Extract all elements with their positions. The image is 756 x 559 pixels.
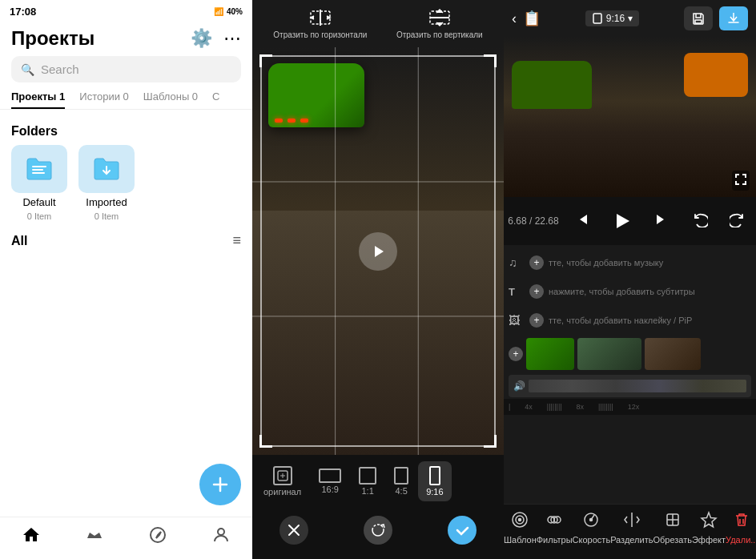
folder-imported-name: Imported bbox=[86, 196, 127, 208]
subtitle-icon: T bbox=[509, 286, 525, 298]
all-label: All bbox=[11, 234, 27, 248]
search-bar[interactable]: 🔍 Search bbox=[11, 56, 241, 82]
fullscreen-button[interactable] bbox=[732, 171, 750, 191]
tool-template[interactable]: Шаблон bbox=[504, 511, 537, 545]
tab-templates[interactable]: Шаблоны 0 bbox=[143, 90, 198, 109]
flip-action-button[interactable] bbox=[364, 516, 392, 545]
skip-forward-button[interactable] bbox=[646, 207, 677, 235]
content-spacer bbox=[0, 257, 252, 464]
tool-delete[interactable]: Удали... bbox=[726, 511, 756, 545]
time-display: 6.68 / 22.68 bbox=[508, 215, 558, 227]
timeline-preview bbox=[504, 37, 756, 197]
tool-effect[interactable]: Эффект bbox=[692, 511, 726, 545]
playback-controls: 6.68 / 22.68 bbox=[504, 197, 756, 245]
nav-profile[interactable] bbox=[211, 525, 231, 545]
nav-compass[interactable] bbox=[148, 525, 167, 545]
skip-back-button[interactable] bbox=[567, 207, 597, 235]
video-thumb-1[interactable] bbox=[526, 338, 574, 370]
aspect-1-1[interactable]: 1:1 bbox=[351, 462, 384, 501]
add-video-button[interactable]: + bbox=[509, 347, 523, 361]
aspect-9-16-icon bbox=[429, 466, 440, 485]
tool-split[interactable]: Разделить bbox=[610, 511, 653, 545]
nav-crown[interactable] bbox=[85, 525, 104, 545]
confirm-button[interactable] bbox=[448, 516, 477, 545]
svg-rect-15 bbox=[593, 14, 601, 23]
timeline-panel: ‹ 📋 9:16 ▾ bbox=[504, 0, 756, 559]
tool-speed[interactable]: Скорость bbox=[573, 511, 611, 545]
ruler-mark-8x: 8x bbox=[577, 403, 585, 411]
video-thumb-3[interactable] bbox=[645, 338, 701, 370]
video-track: + bbox=[504, 335, 756, 373]
tool-filters-label: Фильтры bbox=[537, 535, 573, 545]
aspect-16-9-label: 16:9 bbox=[321, 485, 338, 494]
more-icon[interactable]: ⋯ bbox=[223, 28, 241, 49]
crop-corner-tr[interactable] bbox=[484, 54, 497, 67]
folder-default[interactable]: Default 0 Item bbox=[11, 145, 67, 221]
signal-icon: 📶 bbox=[214, 7, 223, 16]
folder-imported[interactable]: Imported 0 Item bbox=[78, 145, 135, 221]
aspect-1-1-icon bbox=[359, 467, 376, 485]
folder-default-name: Default bbox=[22, 196, 55, 208]
back-button[interactable]: ‹ bbox=[512, 10, 517, 27]
add-subtitle-button[interactable]: + bbox=[529, 284, 544, 299]
svg-rect-1 bbox=[32, 169, 43, 171]
split-icon bbox=[623, 511, 641, 533]
aspect-original-label: оригинал bbox=[263, 487, 301, 497]
crop-corner-bl[interactable] bbox=[259, 435, 272, 448]
resolution-selector[interactable]: 9:16 ▾ bbox=[585, 10, 639, 26]
save-button[interactable] bbox=[684, 6, 713, 30]
video-thumb-2[interactable] bbox=[577, 338, 641, 370]
music-icon: ♫ bbox=[509, 256, 525, 269]
search-input[interactable]: Search bbox=[41, 62, 79, 76]
tab-projects[interactable]: Проекты 1 bbox=[11, 90, 65, 109]
subtitle-track-label: нажмите, чтобы добавить субтитры bbox=[549, 287, 751, 296]
projects-footer bbox=[0, 464, 252, 559]
tab-stories[interactable]: Истории 0 bbox=[79, 90, 128, 109]
aspect-16-9[interactable]: 16:9 bbox=[311, 464, 349, 499]
add-project-button[interactable] bbox=[199, 464, 241, 505]
timeline-header-left: ‹ 📋 bbox=[512, 10, 541, 27]
audio-icon: 🔊 bbox=[513, 380, 525, 392]
resolution-label: 9:16 bbox=[606, 13, 625, 24]
search-icon: 🔍 bbox=[21, 63, 34, 76]
add-music-button[interactable]: + bbox=[529, 255, 544, 270]
add-pip-button[interactable]: + bbox=[529, 313, 544, 328]
timeline-header-right bbox=[684, 6, 748, 30]
cancel-button[interactable] bbox=[279, 516, 308, 545]
tool-split-label: Разделить bbox=[610, 535, 653, 545]
crop-icon bbox=[664, 511, 682, 533]
fab-container bbox=[0, 464, 252, 517]
folder-default-icon bbox=[11, 145, 67, 193]
aspect-4-5-label: 4:5 bbox=[396, 486, 408, 496]
editor-bottom-bar bbox=[252, 508, 504, 559]
crop-corner-br[interactable] bbox=[484, 435, 497, 448]
play-pause-button[interactable] bbox=[606, 205, 638, 237]
redo-button[interactable] bbox=[723, 208, 752, 235]
preview-car-1 bbox=[512, 61, 592, 109]
settings-icon[interactable]: ⚙️ bbox=[191, 28, 212, 49]
ruler-mark-4x: 4x bbox=[525, 403, 533, 411]
editor-top-bar: Отразить по горизонтали Отразить по верт… bbox=[252, 0, 504, 47]
aspect-1-1-label: 1:1 bbox=[362, 486, 374, 496]
export-button[interactable] bbox=[719, 6, 748, 30]
list-view-icon[interactable]: ≡ bbox=[232, 232, 241, 249]
editor-panel: Отразить по горизонтали Отразить по верт… bbox=[252, 0, 504, 559]
aspect-original[interactable]: оригинал bbox=[255, 461, 309, 501]
aspect-9-16[interactable]: 9:16 bbox=[418, 461, 451, 501]
tool-crop[interactable]: Обрезать bbox=[653, 511, 692, 545]
crop-corner-tl[interactable] bbox=[259, 54, 272, 67]
aspect-4-5[interactable]: 4:5 bbox=[386, 462, 416, 501]
subtitle-track: T + нажмите, чтобы добавить субтитры bbox=[504, 277, 756, 306]
tab-saved[interactable]: С bbox=[212, 90, 219, 109]
flip-vertical-option[interactable]: Отразить по вертикали bbox=[396, 8, 483, 39]
status-bar: 17:08 📶 40% bbox=[0, 0, 252, 22]
play-button[interactable] bbox=[359, 232, 397, 271]
nav-home[interactable] bbox=[22, 525, 41, 545]
tool-filters[interactable]: Фильтры bbox=[537, 511, 573, 545]
undo-button[interactable] bbox=[686, 208, 714, 235]
flip-horizontal-option[interactable]: Отразить по горизонтали bbox=[273, 8, 367, 39]
battery-icon: 40% bbox=[227, 7, 243, 16]
delete-icon bbox=[733, 511, 750, 533]
folder-imported-count: 0 Item bbox=[94, 211, 119, 221]
projects-panel: 17:08 📶 40% Проекты ⚙️ ⋯ 🔍 Search Проект… bbox=[0, 0, 252, 559]
